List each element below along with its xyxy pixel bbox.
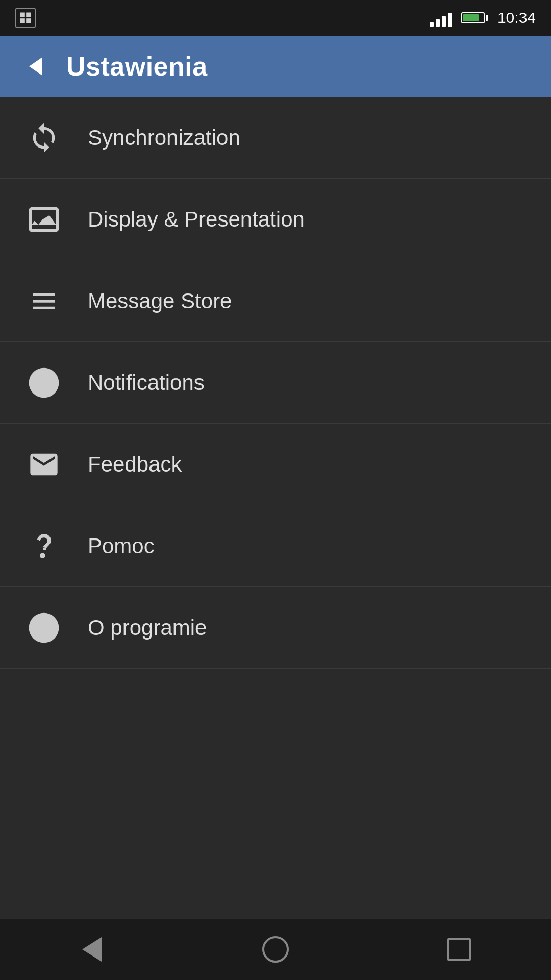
back-arrow-icon bbox=[29, 57, 42, 76]
svg-point-9 bbox=[42, 621, 45, 623]
signal-icon bbox=[430, 9, 452, 27]
menu-item-feedback-label: Feedback bbox=[88, 452, 182, 477]
menu-item-pomoc[interactable]: Pomoc bbox=[0, 505, 551, 587]
menu-item-o-programie[interactable]: O programie bbox=[0, 587, 551, 669]
status-bar: 10:34 bbox=[0, 0, 551, 36]
nav-home-icon bbox=[262, 936, 289, 963]
app-bar: Ustawienia bbox=[0, 36, 551, 97]
nav-back-icon bbox=[82, 937, 102, 962]
nav-home-button[interactable] bbox=[245, 929, 306, 970]
menu-item-display-label: Display & Presentation bbox=[88, 207, 305, 232]
info-icon bbox=[26, 609, 62, 646]
menu-item-synchronization-label: Synchronization bbox=[88, 126, 240, 150]
nav-bar bbox=[0, 919, 551, 980]
menu-item-feedback[interactable]: Feedback bbox=[0, 424, 551, 505]
menu-item-display-presentation[interactable]: Display & Presentation bbox=[0, 179, 551, 260]
image-icon bbox=[26, 201, 62, 238]
svg-rect-0 bbox=[20, 13, 25, 17]
menu-item-notifications[interactable]: Notifications bbox=[0, 342, 551, 424]
menu-item-notifications-label: Notifications bbox=[88, 371, 205, 395]
app-icon bbox=[15, 8, 36, 28]
settings-menu: Synchronization Display & Presentation M… bbox=[0, 97, 551, 669]
nav-recent-button[interactable] bbox=[429, 929, 490, 970]
svg-rect-2 bbox=[20, 18, 25, 23]
nav-recent-icon bbox=[447, 938, 471, 961]
alert-circle-icon bbox=[26, 364, 62, 401]
menu-item-o-programie-label: O programie bbox=[88, 616, 207, 640]
database-icon bbox=[26, 283, 62, 320]
email-icon bbox=[26, 446, 62, 483]
sync-icon bbox=[26, 119, 62, 156]
menu-item-synchronization[interactable]: Synchronization bbox=[0, 97, 551, 179]
svg-rect-1 bbox=[26, 13, 31, 17]
menu-item-message-store[interactable]: Message Store bbox=[0, 260, 551, 342]
menu-item-message-store-label: Message Store bbox=[88, 289, 232, 313]
nav-back-button[interactable] bbox=[61, 929, 122, 970]
back-button[interactable] bbox=[20, 51, 51, 82]
page-title: Ustawienia bbox=[66, 51, 208, 82]
battery-icon bbox=[461, 12, 488, 23]
menu-item-pomoc-label: Pomoc bbox=[88, 534, 155, 558]
status-time: 10:34 bbox=[497, 9, 536, 27]
help-icon bbox=[26, 528, 62, 565]
svg-point-6 bbox=[42, 387, 45, 389]
svg-rect-3 bbox=[26, 18, 31, 23]
status-bar-left bbox=[15, 8, 420, 28]
